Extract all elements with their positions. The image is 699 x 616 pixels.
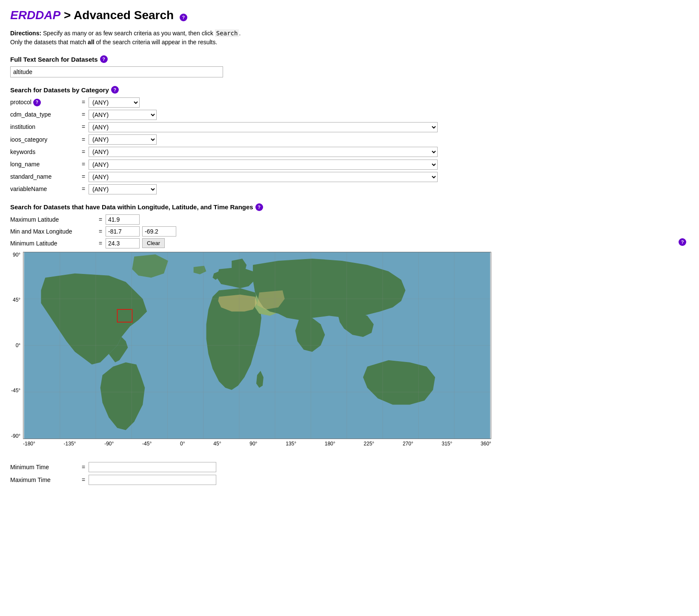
ioos-eq: = [78,134,89,145]
cdm-select[interactable]: (ANY) [89,110,157,120]
min-lat-eq: = [95,240,106,247]
keywords-eq: = [78,147,89,157]
lat-axis-labels: 90° 45° 0° -45° -90° [11,252,20,439]
max-lon-input[interactable] [142,226,176,237]
directions-text3: of the search criteria will appear in th… [95,39,218,46]
map-wrapper: 90° 45° 0° -45° -90° [23,252,689,447]
page-subtitle: Advanced Search [74,9,174,22]
ioos-select[interactable]: (ANY) [89,134,157,145]
full-text-help-icon[interactable]: ? [100,55,108,63]
min-max-lon-row: Min and Max Longitude = [10,226,689,237]
time-section: Minimum Time = Maximum Time = [10,462,689,485]
category-row-ioos: ioos_category = (ANY) [10,134,689,145]
directions-bold: all [88,39,95,46]
longname-label: long_name [10,159,40,170]
max-lat-input[interactable] [106,214,140,225]
max-time-input[interactable] [89,475,216,485]
min-time-label: Minimum Time [10,464,78,471]
page-title: ERDDAP > Advanced Search ? [10,9,689,22]
institution-label: institution [10,122,35,132]
cdm-eq: = [78,109,89,120]
category-section-title: Search for Datasets by Category ? [10,86,689,94]
directions-label: Directions: [10,30,41,37]
varname-eq: = [78,184,89,194]
min-max-lon-eq: = [95,228,106,235]
category-row-cdm: cdm_data_type = (ANY) [10,109,689,120]
lon-axis-labels: -180° -135° -90° -45° 0° 45° 90° 135° 18… [23,441,491,447]
longname-select[interactable]: (ANY) [89,160,438,170]
protocol-select[interactable]: (ANY) [89,97,140,108]
min-time-row: Minimum Time = [10,462,689,472]
max-lat-label: Maximum Latitude [10,216,95,223]
side-help-icon[interactable]: ? [679,238,686,246]
protocol-label: protocol [10,97,32,108]
category-row-stdname: standard_name = (ANY) [10,171,689,182]
directions-line2: Only the datasets that match [10,39,88,46]
stdname-select[interactable]: (ANY) [89,172,438,182]
clear-button[interactable]: Clear [142,238,165,248]
protocol-help-icon[interactable]: ? [33,99,41,106]
category-row-longname: long_name = (ANY) [10,159,689,170]
min-lat-input[interactable] [106,238,140,248]
min-time-eq: = [78,464,89,471]
cdm-label: cdm_data_type [10,109,51,120]
max-lat-row: Maximum Latitude = [10,214,689,225]
min-lon-input[interactable] [106,226,140,237]
directions-text1: Specify as many or as few search criteri… [43,30,215,37]
min-max-lon-label: Min and Max Longitude [10,228,95,235]
max-time-label: Maximum Time [10,476,78,483]
category-row-keywords: keywords = (ANY) [10,147,689,157]
stdname-label: standard_name [10,171,52,182]
institution-eq: = [78,122,89,132]
geo-section-title: Search for Datasets that have Data withi… [10,203,689,211]
category-section: Search for Datasets by Category ? protoc… [10,86,689,195]
title-help-icon[interactable]: ? [180,14,187,21]
geo-section: Search for Datasets that have Data withi… [10,203,689,447]
longname-eq: = [78,159,89,170]
full-text-section-title: Full Text Search for Datasets ? [10,55,689,63]
directions-block: Directions: Specify as many or as few se… [10,29,689,47]
varname-label: variableName [10,184,47,194]
category-row-varname: variableName = (ANY) [10,184,689,194]
keywords-label: keywords [10,147,35,157]
min-lat-row: Minimum Latitude = Clear [10,238,689,248]
max-time-eq: = [78,476,89,483]
max-lat-eq: = [95,216,106,223]
category-help-icon[interactable]: ? [111,86,119,94]
keywords-select[interactable]: (ANY) [89,147,438,157]
institution-select[interactable]: (ANY) [89,122,438,132]
max-time-row: Maximum Time = [10,475,689,485]
min-lat-label: Minimum Latitude [10,240,95,247]
title-separator: > [64,9,74,22]
full-text-search-input[interactable] [10,66,223,77]
side-help-container: ? [679,238,686,246]
varname-select[interactable]: (ANY) [89,184,157,194]
category-row-protocol: protocol ? = (ANY) [10,97,689,108]
min-time-input[interactable] [89,462,216,472]
search-code: Search [215,29,239,37]
protocol-eq: = [78,97,89,108]
brand-title: ERDDAP [10,9,60,22]
stdname-eq: = [78,171,89,182]
category-row-institution: institution = (ANY) [10,122,689,132]
geo-help-icon[interactable]: ? [255,203,263,211]
world-map[interactable] [23,252,491,439]
ioos-label: ioos_category [10,134,47,145]
